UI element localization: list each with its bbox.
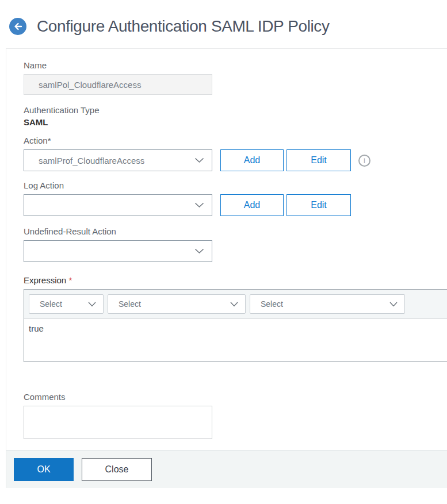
expression-label: Expression *: [24, 275, 447, 285]
comments-input[interactable]: [24, 406, 212, 439]
log-action-row: Add Edit: [24, 194, 447, 216]
action-select[interactable]: samlProf_CloudflareAccess: [24, 149, 212, 171]
chevron-down-icon: [88, 299, 96, 309]
log-action-edit-button[interactable]: Edit: [286, 194, 351, 216]
required-asterisk: *: [68, 275, 72, 285]
action-row: samlProf_CloudflareAccess Add Edit i: [24, 149, 447, 171]
undefined-result-action-select[interactable]: [24, 240, 212, 262]
log-action-select[interactable]: [24, 194, 212, 216]
expression-select-1-value: Select: [40, 299, 62, 309]
chevron-down-icon: [389, 299, 398, 309]
log-action-label: Log Action: [24, 180, 447, 190]
expression-select-1[interactable]: Select: [29, 294, 104, 314]
action-add-button[interactable]: Add: [220, 149, 284, 171]
expression-select-2[interactable]: Select: [108, 294, 246, 314]
back-button[interactable]: [9, 18, 26, 35]
undefined-result-action-label: Undefined-Result Action: [24, 226, 447, 236]
page-title: Configure Authentication SAML IDP Policy: [37, 17, 330, 36]
expression-toolbar: Select Select Select: [24, 290, 447, 318]
name-label: Name: [24, 60, 447, 70]
name-input: [24, 74, 212, 95]
form-panel: Name Authentication Type SAML Action* sa…: [6, 48, 447, 488]
footer-bar: OK Close: [6, 450, 447, 488]
expression-select-2-value: Select: [119, 299, 141, 309]
chevron-down-icon: [194, 246, 204, 256]
info-icon[interactable]: i: [358, 155, 370, 167]
action-label: Action*: [24, 136, 447, 145]
page-header: Configure Authentication SAML IDP Policy: [0, 0, 447, 36]
chevron-down-icon: [230, 299, 238, 309]
action-edit-button[interactable]: Edit: [286, 149, 351, 171]
arrow-left-icon: [13, 22, 23, 31]
authentication-type-value: SAML: [24, 117, 447, 127]
close-button[interactable]: Close: [82, 458, 152, 481]
action-select-value: samlProf_CloudflareAccess: [39, 156, 144, 166]
expression-input[interactable]: true: [24, 318, 447, 361]
authentication-type-label: Authentication Type: [24, 105, 447, 115]
expression-select-3-value: Select: [261, 299, 283, 309]
log-action-add-button[interactable]: Add: [220, 194, 284, 216]
chevron-down-icon: [194, 155, 204, 166]
expression-editor: Select Select Select true: [24, 289, 447, 362]
expression-select-3[interactable]: Select: [250, 294, 405, 314]
chevron-down-icon: [194, 200, 204, 210]
comments-label: Comments: [24, 392, 447, 402]
ok-button[interactable]: OK: [14, 458, 74, 481]
